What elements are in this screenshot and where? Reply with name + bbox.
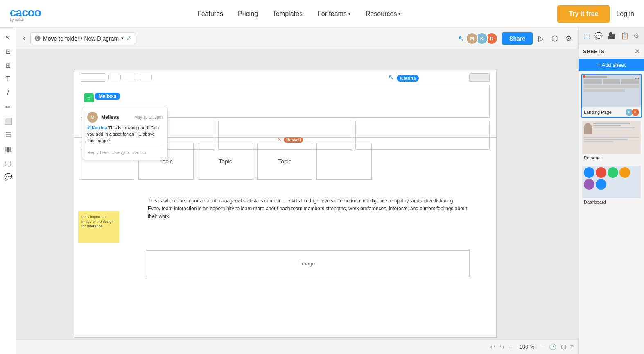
- canvas-toolbar: ‹ 🅒 Move to folder / New Diagram ▾ ✓ ↖ M…: [16, 28, 578, 49]
- login-link[interactable]: Log in: [616, 10, 634, 18]
- zoom-out-icon[interactable]: −: [541, 343, 545, 350]
- sheets-close-button[interactable]: ✕: [635, 48, 640, 55]
- pen-tool[interactable]: ✏: [2, 101, 14, 113]
- back-button[interactable]: ‹: [21, 32, 27, 44]
- nav-right-actions: Try it free Log in: [557, 5, 634, 23]
- canvas-container: ‹ 🅒 Move to folder / New Diagram ▾ ✓ ↖ M…: [16, 28, 578, 354]
- canvas-toolbar-left: ‹ 🅒 Move to folder / New Diagram ▾ ✓: [21, 32, 136, 44]
- select-tool[interactable]: ↖: [2, 31, 14, 43]
- top-navigation: cacoo by nulab Features Pricing Template…: [0, 0, 644, 28]
- sheet-avatars: K R: [627, 109, 639, 116]
- logo-sub: by nulab: [10, 18, 24, 22]
- sheet-label-landing: Landing Page K R: [582, 107, 641, 117]
- help-icon[interactable]: ?: [570, 343, 574, 350]
- collaborator-avatars: M K R: [468, 32, 498, 45]
- wireframe-nav-box: [140, 75, 152, 80]
- russell-cursor-area: ↖ Russell: [277, 136, 303, 143]
- saved-check-icon: ✓: [126, 34, 131, 42]
- nav-links: Features Pricing Templates For teams ▾ R…: [197, 10, 401, 18]
- nav-pricing[interactable]: Pricing: [238, 10, 258, 18]
- sticky-note[interactable]: Let's import an image of the design for …: [78, 211, 119, 243]
- settings-icon[interactable]: ⚙: [564, 32, 574, 45]
- avatar: M: [466, 32, 478, 45]
- sheet-thumbnail-persona[interactable]: Persona: [581, 120, 642, 162]
- add-icon[interactable]: +: [509, 343, 513, 350]
- comment-time: May 18 1:32pm: [134, 115, 163, 120]
- share-button[interactable]: Share: [502, 32, 533, 45]
- wireframe-button-box: [469, 73, 490, 82]
- wireframe-logo-box: [81, 73, 105, 82]
- comment-text: @Katrina This is looking good! Can you a…: [87, 125, 163, 144]
- topic-box-2: Topic: [198, 143, 253, 180]
- panel-tab-canvas[interactable]: ⬚: [582, 30, 592, 41]
- katrina-cursor-area: ↖ Katrina: [388, 73, 419, 82]
- table-tool[interactable]: ☰: [2, 129, 14, 141]
- logo[interactable]: cacoo by nulab: [10, 6, 41, 22]
- zoom-level: 100 %: [517, 344, 537, 350]
- undo-icon[interactable]: ↩: [490, 343, 495, 351]
- folder-path-text: Move to folder / New Diagram: [43, 35, 119, 42]
- avatar: R: [632, 109, 639, 116]
- image-placeholder: Image: [146, 250, 470, 277]
- topic-box-4: [316, 143, 372, 180]
- folder-path[interactable]: 🅒 Move to folder / New Diagram ▾ ✓: [30, 32, 136, 44]
- text-tool[interactable]: T: [2, 73, 14, 85]
- fit-icon[interactable]: ⬡: [561, 343, 566, 351]
- right-panel: ⬚ 💬 🎥 📋 ⚙ SHEETS ✕ + Add sheet: [578, 28, 644, 354]
- image-tool[interactable]: ⬚: [2, 157, 14, 169]
- left-toolbar: ↖ ⊡ ⊞ T / ✏ ⬜ ☰ ▦ ⬚ 💬: [0, 28, 16, 354]
- sheets-title: SHEETS: [583, 48, 604, 54]
- canvas-toolbar-right: ↖ M K R Share ▷ ⬡ ⚙: [458, 32, 574, 45]
- topic-box-3: ↖ Russell Topic: [257, 143, 312, 180]
- body-text: This is where the importance of manageri…: [148, 197, 468, 221]
- shape-tool[interactable]: ⬜: [2, 115, 14, 127]
- panel-tab-pages[interactable]: 📋: [619, 30, 630, 41]
- sheet-preview-persona: [582, 121, 641, 154]
- comment-header: M Melissa May 18 1:32pm: [87, 112, 163, 123]
- chevron-down-icon: ▾: [348, 11, 351, 16]
- comment-bubble: M Melissa May 18 1:32pm @Katrina This is…: [82, 107, 168, 160]
- nav-features[interactable]: Features: [197, 10, 223, 18]
- dropdown-icon: ▾: [121, 36, 124, 41]
- russell-tag: Russell: [284, 137, 303, 143]
- chat-icon: ≡: [84, 93, 94, 102]
- line-tool[interactable]: /: [2, 87, 14, 99]
- comment-author: Melissa: [101, 114, 119, 120]
- redo-icon[interactable]: ↪: [499, 343, 505, 351]
- frame-tool[interactable]: ⊡: [2, 45, 14, 57]
- russell-cursor-icon: ↖: [277, 136, 282, 143]
- nav-templates[interactable]: Templates: [273, 10, 303, 18]
- add-sheet-button[interactable]: + Add sheet: [579, 59, 644, 71]
- nav-resources[interactable]: Resources ▾: [366, 10, 401, 18]
- cursor-icon: ↖: [458, 34, 464, 43]
- sheets-header: SHEETS ✕: [579, 44, 644, 59]
- folder-icon: 🅒: [35, 35, 41, 42]
- nav-for-teams[interactable]: For teams ▾: [317, 10, 351, 18]
- melissa-tag: Melissa: [95, 93, 120, 100]
- sheet-thumbnail-landing-page[interactable]: ••• Landing Page K R: [581, 74, 642, 118]
- panel-tab-comment[interactable]: 💬: [593, 30, 604, 41]
- play-icon[interactable]: ▷: [537, 32, 546, 45]
- panel-tabs: ⬚ 💬 🎥 📋 ⚙: [579, 28, 644, 44]
- chart-tool[interactable]: ▦: [2, 143, 14, 155]
- sheets-panel: SHEETS ✕ + Add sheet: [579, 44, 644, 354]
- katrina-tag: Katrina: [397, 75, 419, 82]
- comment-avatar: M: [87, 112, 98, 123]
- export-icon[interactable]: ⬡: [550, 32, 560, 45]
- history-icon[interactable]: 🕐: [549, 343, 557, 351]
- panel-tab-video[interactable]: 🎥: [606, 30, 617, 41]
- try-free-button[interactable]: Try it free: [557, 5, 610, 23]
- chevron-down-icon: ▾: [398, 11, 401, 16]
- comment-mention: @Katrina: [87, 125, 107, 130]
- grid-tool[interactable]: ⊞: [2, 59, 14, 71]
- panel-tab-settings[interactable]: ⚙: [632, 30, 641, 41]
- sheet-preview-landing: •••: [582, 75, 641, 107]
- wireframe-nav-box: [124, 75, 136, 80]
- comment-tool[interactable]: 💬: [2, 170, 14, 183]
- wireframe-nav-row: [74, 70, 496, 85]
- comment-reply-input[interactable]: Reply here. Use @ to mention: [87, 147, 163, 155]
- sheet-thumbnail-dashboard[interactable]: Dashboard: [581, 165, 642, 206]
- sheet-label-persona: Persona: [582, 154, 641, 161]
- wireframe-nav-box: [108, 75, 121, 80]
- canvas[interactable]: ↖ Katrina: [16, 49, 578, 354]
